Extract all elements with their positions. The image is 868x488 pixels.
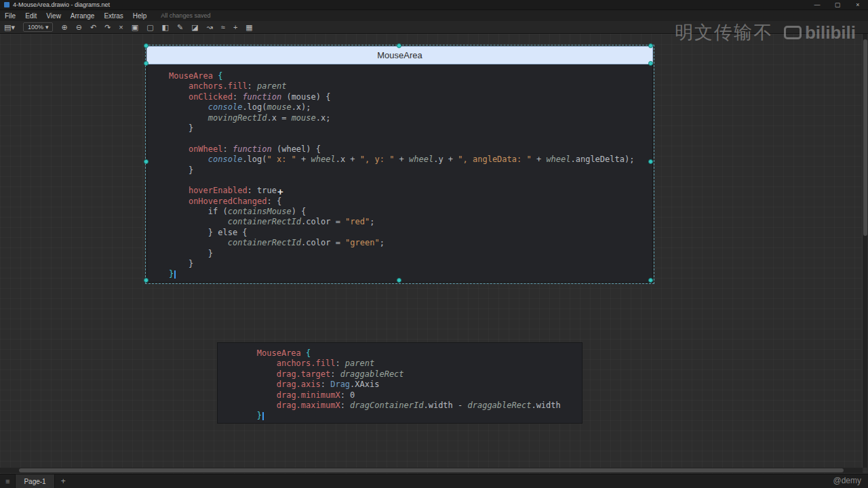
menu-edit[interactable]: Edit <box>20 12 41 20</box>
toolbar: ▤▾ 100% ▾ ⊕⊖↶↷×▣▢◧✎◪↝≈+▦ <box>0 21 868 34</box>
menu-items: FileEditViewArrangeExtrasHelp <box>0 12 151 20</box>
code-line: } else { <box>169 228 652 238</box>
code-line: MouseArea { <box>218 348 582 359</box>
code-line: } <box>169 249 652 259</box>
shape-panel-toggle-icon[interactable]: ▤▾ <box>0 21 19 33</box>
zoom-level: 100% <box>28 24 43 30</box>
selection-handle[interactable] <box>144 43 149 48</box>
menu-view[interactable]: View <box>41 12 66 20</box>
chevron-down-icon: ▾ <box>45 24 49 30</box>
menubar: FileEditViewArrangeExtrasHelp All change… <box>0 10 868 21</box>
code-line: } <box>169 269 652 279</box>
toolbar-icons: ⊕⊖↶↷×▣▢◧✎◪↝≈+▦ <box>57 21 256 33</box>
code-line: onWheel: function (wheel) { <box>169 144 652 155</box>
waypoints-icon[interactable]: ≈ <box>217 21 229 33</box>
code-line: drag.minimumX: 0 <box>218 390 582 401</box>
shadow-icon[interactable]: ◪ <box>187 21 202 33</box>
shape-title-label: MouseArea <box>377 50 422 60</box>
pen-color-icon[interactable]: ✎ <box>173 21 187 33</box>
vertical-scrollbar[interactable] <box>862 34 867 468</box>
selection-handle[interactable] <box>397 43 401 48</box>
code-line: containerRectId.color = "green"; <box>169 238 652 248</box>
page-tab[interactable]: Page-1 <box>15 474 54 488</box>
add-page-button[interactable]: + <box>55 476 72 486</box>
fill-color-icon[interactable]: ◧ <box>158 21 173 33</box>
code-line: } <box>218 411 582 421</box>
code-line: } <box>169 165 652 176</box>
code-line: movingRectId.x = mouse.x; <box>169 113 652 123</box>
insert-icon[interactable]: + <box>229 21 241 33</box>
window-title: 4-MouseArea.drawio - diagrams.net <box>13 1 110 8</box>
redo-icon[interactable]: ↷ <box>100 21 115 33</box>
table-icon[interactable]: ▦ <box>241 21 256 33</box>
close-button[interactable]: × <box>848 0 868 9</box>
code-line: onClicked: function (mouse) { <box>169 92 652 102</box>
code-block-2[interactable]: MouseArea { anchors.fill: parent drag.ta… <box>217 342 583 424</box>
pages-menu-icon[interactable]: ≡ <box>0 477 15 485</box>
menu-extras[interactable]: Extras <box>99 12 127 20</box>
udemy-watermark: @demy <box>833 476 861 485</box>
diagram-canvas[interactable]: MouseArea MouseArea { anchors.fill: pare… <box>0 34 868 474</box>
menu-arrange[interactable]: Arrange <box>66 12 100 20</box>
page-tab-label: Page-1 <box>24 478 45 485</box>
code-line <box>169 134 652 144</box>
selection-handle[interactable] <box>144 61 149 66</box>
code-line: anchors.fill: parent <box>169 81 652 92</box>
delete-icon[interactable]: × <box>115 21 127 33</box>
code-line <box>169 176 652 186</box>
to-back-icon[interactable]: ▢ <box>142 21 157 33</box>
zoom-dropdown[interactable]: 100% ▾ <box>23 22 54 32</box>
window-titlebar: 4-MouseArea.drawio - diagrams.net — ▢ × <box>0 0 868 10</box>
code-line: } <box>169 259 652 269</box>
code-line: drag.axis: Drag.XAxis <box>218 380 582 390</box>
code-line: drag.target: draggableRect <box>218 369 582 380</box>
drawio-window: 4-MouseArea.drawio - diagrams.net — ▢ × … <box>0 0 868 488</box>
code-line: hoverEnabled: true <box>169 186 652 196</box>
code-line: console.log(" x: " + wheel.x + ", y: " +… <box>169 155 652 165</box>
selection-handle[interactable] <box>648 159 653 164</box>
selection-handle[interactable] <box>144 159 149 164</box>
connection-icon[interactable]: ↝ <box>203 21 217 33</box>
code-line: containerRectId.color = "red"; <box>169 217 652 227</box>
toolbar-left-icons: ▤▾ <box>0 21 19 33</box>
selection-handle[interactable] <box>648 278 653 283</box>
selection-handle[interactable] <box>648 61 653 66</box>
code-line: onHoveredChanged: { <box>169 197 652 207</box>
code-line: } <box>169 123 652 134</box>
menu-file[interactable]: File <box>0 12 20 20</box>
code-line: anchors.fill: parent <box>218 359 582 369</box>
horizontal-scrollbar[interactable] <box>0 468 863 473</box>
app-icon <box>4 2 9 7</box>
move-cursor-icon: + <box>277 186 283 197</box>
footer-bar: ≡ Page-1 + @demy <box>0 474 868 488</box>
selection-handle[interactable] <box>397 278 401 283</box>
code-line: drag.maximumX: dragContainerId.width - d… <box>218 401 582 411</box>
menu-help[interactable]: Help <box>128 12 152 20</box>
minimize-button[interactable]: — <box>807 0 827 9</box>
zoom-in-icon[interactable]: ⊕ <box>57 21 71 33</box>
code-block-1[interactable]: MouseArea { anchors.fill: parent onClick… <box>146 64 653 283</box>
zoom-out-icon[interactable]: ⊖ <box>72 21 86 33</box>
code-line: MouseArea { <box>169 71 652 81</box>
undo-icon[interactable]: ↶ <box>86 21 100 33</box>
mousearea-shape-group[interactable]: MouseArea MouseArea { anchors.fill: pare… <box>146 46 653 283</box>
save-status: All changes saved <box>161 12 210 19</box>
horizontal-scrollbar-thumb[interactable] <box>19 468 844 472</box>
to-front-icon[interactable]: ▣ <box>127 21 142 33</box>
maximize-button[interactable]: ▢ <box>827 0 848 9</box>
code-line: if (containsMouse) { <box>169 207 652 217</box>
shape-title-bar[interactable]: MouseArea <box>146 46 653 64</box>
vertical-scrollbar-thumb[interactable] <box>863 39 867 236</box>
selection-handle[interactable] <box>144 278 149 283</box>
selection-handle[interactable] <box>648 43 653 48</box>
code-line: console.log(mouse.x); <box>169 102 652 113</box>
